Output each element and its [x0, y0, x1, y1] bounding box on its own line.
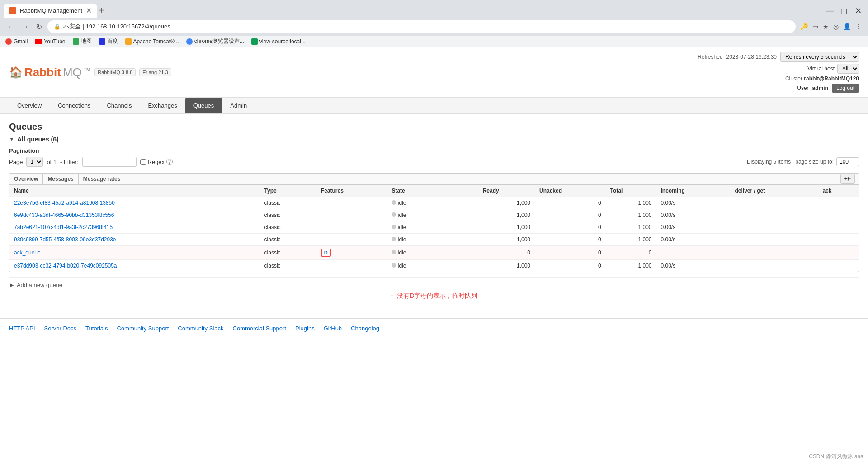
footer-server-docs[interactable]: Server Docs: [44, 325, 77, 332]
table-row: e37dd903-cc32-4794-b020-7e49c092505aclas…: [9, 260, 859, 272]
back-button[interactable]: ←: [5, 22, 16, 32]
tab-close-button[interactable]: ✕: [86, 6, 92, 15]
queue-total-cell: 1,000: [606, 197, 656, 209]
queue-unacked-cell: 0: [535, 234, 606, 246]
queue-name-link[interactable]: 6e9dc433-a3df-4665-90bb-d31353f8c556: [14, 212, 114, 218]
queue-name-link[interactable]: 930c9899-7d55-4f58-8003-09e3d37d293e: [14, 236, 116, 243]
extensions-icon[interactable]: ◎: [832, 22, 840, 31]
browser-tab[interactable]: RabbitMQ Management ✕: [4, 4, 97, 18]
page-select[interactable]: 1: [26, 157, 43, 167]
nav-connections[interactable]: Connections: [50, 98, 99, 113]
queue-total-cell: 1,000: [606, 221, 656, 234]
reload-button[interactable]: ↻: [34, 22, 44, 32]
nav-queues[interactable]: Queues: [185, 98, 222, 113]
footer-plugins[interactable]: Plugins: [295, 325, 315, 332]
pagination-label: Pagination: [9, 147, 859, 154]
collapse-arrow: ▼: [9, 136, 14, 142]
page-label: Page: [9, 159, 23, 165]
nav-admin[interactable]: Admin: [222, 98, 255, 113]
state-dot-icon: [392, 212, 396, 217]
nav-bar: Overview Connections Channels Exchanges …: [0, 98, 868, 114]
queue-incoming-cell: 0.00/s: [656, 221, 730, 234]
toolbar-icons: 🔑 ▭ ★ ◎ 👤 ⋮: [799, 22, 863, 31]
close-button[interactable]: ✕: [852, 6, 864, 16]
footer-http-api[interactable]: HTTP API: [9, 325, 35, 332]
bookmark-map[interactable]: 地图: [73, 38, 92, 45]
nav-channels[interactable]: Channels: [99, 98, 140, 113]
nav-overview[interactable]: Overview: [9, 98, 50, 113]
map-icon: [73, 38, 79, 45]
queue-name-link[interactable]: ack_queue: [14, 249, 41, 256]
bookmark-chrome[interactable]: chrome浏览器设声...: [186, 38, 244, 45]
table-row: ack_queueclassicD idle000: [9, 246, 859, 260]
minimize-button[interactable]: —: [823, 6, 836, 16]
key-icon[interactable]: 🔑: [799, 22, 809, 31]
queue-deliver-get-cell: [731, 246, 818, 260]
header-right: Refreshed 2023-07-28 16:23:30 Refresh ev…: [698, 52, 859, 93]
col-state: State: [387, 185, 478, 197]
regex-help[interactable]: ?: [166, 159, 173, 165]
queue-ready-cell: 1,000: [478, 221, 535, 234]
queue-ack-cell: [818, 234, 859, 246]
erlang-version: Erlang 21.3: [139, 68, 171, 76]
footer-tutorials[interactable]: Tutorials: [85, 325, 108, 332]
queue-type-cell: classic: [260, 221, 316, 234]
state-dot-icon: [392, 250, 396, 254]
footer-github[interactable]: GitHub: [324, 325, 342, 332]
col-ack: ack: [818, 185, 859, 197]
queues-table: Name Type Features State Ready Unacked T…: [9, 185, 859, 272]
bookmark-baidu[interactable]: 百度: [99, 38, 118, 45]
cast-icon[interactable]: ▭: [811, 22, 819, 31]
footer-community-slack[interactable]: Community Slack: [178, 325, 223, 332]
add-queue-label: Add a new queue: [17, 282, 62, 288]
page-size-input[interactable]: [836, 157, 859, 166]
address-input-box[interactable]: 🔒 不安全 | 192.168.10.120:15672/#/queues: [47, 20, 796, 33]
bookmark-tomcat[interactable]: Apache Tomcat®...: [125, 38, 179, 45]
forward-button[interactable]: →: [20, 22, 31, 32]
all-queues-label: All queues (6): [17, 136, 59, 143]
bookmark-baidu-label: 百度: [107, 38, 118, 45]
footer-changelog[interactable]: Changelog: [351, 325, 379, 332]
menu-icon[interactable]: ⋮: [854, 22, 863, 31]
queue-type-cell: classic: [260, 234, 316, 246]
new-tab-button[interactable]: +: [99, 5, 104, 16]
queue-name-link[interactable]: 22e3e7b6-ef83-45a2-a914-a81608f13850: [14, 200, 115, 206]
bookmark-gmail[interactable]: Gmail: [5, 38, 28, 45]
regex-text: Regex: [148, 159, 165, 165]
footer-commercial-support[interactable]: Commercial Support: [233, 325, 287, 332]
queue-state-cell: idle: [387, 221, 478, 234]
version-info: RabbitMQ 3.8.8 Erlang 21.3: [94, 68, 171, 76]
state-dot-icon: [392, 200, 396, 205]
footer-community-support[interactable]: Community Support: [117, 325, 169, 332]
add-queue-link[interactable]: ► Add a new queue: [9, 282, 859, 288]
table-row: 6e9dc433-a3df-4665-90bb-d31353f8c556clas…: [9, 209, 859, 221]
bookmark-viewsource[interactable]: view-source:local...: [251, 38, 306, 45]
queue-state-cell: idle: [387, 246, 478, 260]
bookmark-youtube[interactable]: YouTube: [35, 38, 65, 45]
vhost-select[interactable]: All: [837, 64, 859, 74]
account-icon[interactable]: 👤: [842, 22, 852, 31]
refresh-select[interactable]: Refresh every 5 seconds Refresh every 10…: [780, 52, 859, 62]
queue-state-cell: idle: [387, 197, 478, 209]
star-icon[interactable]: ★: [822, 22, 830, 31]
logo-rabbit: Rabbit: [24, 66, 61, 80]
logo-icon: 🏠: [9, 66, 23, 79]
nav-exchanges[interactable]: Exchanges: [140, 98, 185, 113]
annotation-text: ↑ 没有D字母的表示，临时队列: [9, 292, 859, 300]
restore-button[interactable]: ◻: [838, 6, 850, 16]
queue-deliver-get-cell: [731, 209, 818, 221]
queue-name-link[interactable]: e37dd903-cc32-4794-b020-7e49c092505a: [14, 263, 117, 269]
regex-checkbox[interactable]: [140, 159, 146, 165]
rabbitmq-version: RabbitMQ 3.8.8: [94, 68, 136, 76]
footer: HTTP API Server Docs Tutorials Community…: [0, 318, 868, 338]
logout-button[interactable]: Log out: [832, 84, 859, 93]
bookmark-viewsource-label: view-source:local...: [259, 38, 306, 45]
queue-name-link[interactable]: 7ab2e621-107c-4df1-9a3f-2c273968f415: [14, 224, 113, 230]
col-ready: Ready: [478, 185, 535, 197]
queue-deliver-get-cell: [731, 260, 818, 272]
filter-input[interactable]: [82, 157, 137, 167]
add-arrow-icon: ►: [9, 282, 15, 288]
all-queues-section[interactable]: ▼ All queues (6): [9, 136, 859, 143]
plus-minus-button[interactable]: +/-: [840, 174, 855, 184]
queue-incoming-cell: [656, 246, 730, 260]
